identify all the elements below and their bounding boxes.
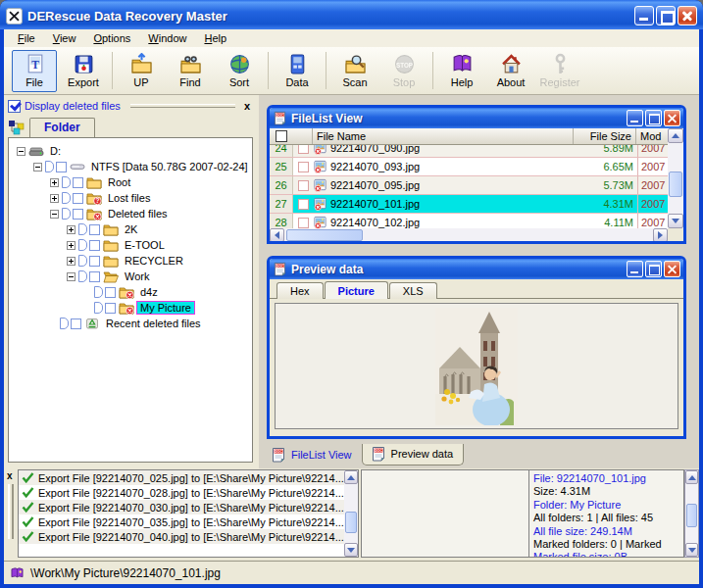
close-button[interactable] [664, 261, 680, 277]
column-modified[interactable]: Mod [636, 128, 668, 144]
scroll-thumb[interactable] [669, 172, 682, 197]
tree-node-2k[interactable]: 2K [9, 221, 252, 237]
row-checkbox[interactable] [293, 214, 313, 228]
tree-expander[interactable] [67, 272, 75, 281]
tree-node-recycler[interactable]: RECYCLER [9, 253, 252, 269]
tree-checkbox[interactable] [73, 177, 83, 188]
tree-expander[interactable] [50, 210, 59, 219]
maximize-button[interactable] [645, 261, 662, 277]
tree-checkbox[interactable] [89, 224, 100, 235]
table-row[interactable]: 26 92214070_095.jpg 5.73M 2007 [270, 176, 668, 195]
tree-checkbox[interactable] [56, 162, 67, 172]
tree-node-root[interactable]: Root [9, 174, 252, 190]
scroll-down-button[interactable] [668, 214, 683, 228]
minimize-button[interactable] [627, 261, 643, 277]
maximize-button[interactable] [656, 6, 676, 25]
select-all-checkbox[interactable] [276, 130, 287, 142]
log-panel-grip[interactable] [8, 484, 14, 539]
scroll-up-button[interactable] [668, 128, 683, 143]
toolbar: File Export UP Find Sort Data Scan [4, 47, 699, 95]
menu-help[interactable]: Help [196, 31, 234, 45]
tree-expander[interactable] [17, 147, 25, 156]
tree-expander[interactable] [33, 163, 42, 172]
tab-xls[interactable]: XLS [389, 282, 437, 299]
close-button[interactable] [678, 6, 697, 25]
scroll-thumb[interactable] [286, 229, 363, 241]
toolbar-up-button[interactable]: UP [119, 50, 164, 92]
tree-expander[interactable] [67, 241, 75, 250]
scroll-down-button[interactable] [685, 543, 698, 557]
panel-grip[interactable] [130, 104, 235, 108]
menu-options[interactable]: Options [85, 31, 138, 45]
tree-node-recent-deleted[interactable]: Recent deleted files [9, 316, 252, 331]
tree-checkbox[interactable] [105, 287, 116, 298]
info-scrollbar[interactable] [684, 469, 699, 558]
vertical-scrollbar[interactable] [668, 128, 683, 228]
tree-checkbox[interactable] [71, 318, 81, 329]
header-select-all[interactable] [270, 128, 313, 144]
tree-checkbox[interactable] [105, 303, 116, 314]
tree-node-work[interactable]: Work [9, 269, 252, 284]
table-row-selected[interactable]: 27 92214070_101.jpg 4.31M 2007 [270, 195, 668, 214]
tree-expander[interactable] [67, 225, 75, 234]
scroll-up-button[interactable] [344, 470, 358, 484]
tab-preview-data[interactable]: Preview data [362, 444, 465, 466]
toolbar-help-button[interactable]: Help [439, 50, 484, 92]
tree-node-e-tool[interactable]: E-TOOL [9, 237, 252, 253]
toolbar-sort-button[interactable]: Sort [217, 50, 262, 92]
row-checkbox[interactable] [293, 195, 313, 213]
horizontal-scrollbar[interactable] [270, 228, 668, 242]
tab-filelist-view[interactable]: FileList View [263, 444, 362, 466]
folder-tree: D: NTFS [Data 50.78G 2007-02-24] Root [8, 137, 253, 463]
scroll-right-button[interactable] [653, 228, 668, 242]
tree-node-drive-d[interactable]: D: [9, 143, 252, 159]
tree-checkbox[interactable] [73, 193, 83, 204]
toolbar-about-button[interactable]: About [488, 50, 533, 92]
minimize-button[interactable] [634, 6, 654, 25]
scroll-down-button[interactable] [344, 543, 358, 557]
tree-expander[interactable] [50, 178, 59, 187]
tree-checkbox[interactable] [89, 240, 100, 251]
tab-folder[interactable]: Folder [29, 118, 95, 137]
log-close-button[interactable]: x [7, 470, 13, 481]
row-checkbox[interactable] [293, 158, 313, 175]
close-button[interactable] [664, 110, 680, 126]
scroll-thumb[interactable] [686, 504, 697, 527]
toolbar-export-button[interactable]: Export [61, 50, 106, 92]
tree-node-my-picture[interactable]: My Picture [9, 300, 252, 316]
row-number: 28 [270, 214, 293, 228]
tab-hex[interactable]: Hex [276, 282, 324, 299]
menu-view[interactable]: View [45, 31, 84, 45]
scroll-thumb[interactable] [345, 512, 357, 533]
tree-node-ntfs[interactable]: NTFS [Data 50.78G 2007-02-24] [9, 159, 252, 174]
column-file-name[interactable]: File Name [313, 128, 574, 144]
toolbar-find-button[interactable]: Find [168, 50, 213, 92]
scroll-up-button[interactable] [685, 470, 698, 484]
table-row[interactable]: 24 92214070_090.jpg 5.89M 2007 [270, 145, 668, 158]
tree-expander[interactable] [50, 194, 59, 203]
scroll-left-button[interactable] [270, 228, 284, 242]
log-scrollbar[interactable] [344, 470, 358, 557]
tree-node-deleted-files[interactable]: Deleted files [9, 206, 252, 221]
column-file-size[interactable]: File Size [574, 128, 636, 144]
tree-checkbox[interactable] [89, 256, 100, 267]
tab-picture[interactable]: Picture [325, 281, 388, 299]
display-deleted-files-checkbox[interactable] [8, 100, 21, 113]
table-row[interactable]: 25 92214070_093.jpg 6.65M 2007 [270, 158, 668, 176]
table-row[interactable]: 28 92214070_102.jpg 4.11M 2007 [270, 214, 668, 228]
row-checkbox[interactable] [293, 145, 313, 157]
tree-node-lost-files[interactable]: Lost files [9, 190, 252, 206]
tree-checkbox[interactable] [73, 209, 83, 220]
toolbar-data-button[interactable]: Data [275, 50, 320, 92]
row-checkbox[interactable] [293, 176, 313, 194]
menu-window[interactable]: Window [140, 31, 194, 45]
menu-file[interactable]: File [10, 31, 43, 45]
panel-close-button[interactable]: x [241, 100, 253, 112]
tree-node-d4z[interactable]: d4z [9, 284, 252, 300]
tree-checkbox[interactable] [89, 271, 100, 282]
toolbar-file-button[interactable]: File [12, 50, 57, 92]
tree-expander[interactable] [67, 257, 75, 266]
toolbar-scan-button[interactable]: Scan [332, 50, 377, 92]
minimize-button[interactable] [627, 110, 643, 126]
maximize-button[interactable] [645, 110, 662, 126]
